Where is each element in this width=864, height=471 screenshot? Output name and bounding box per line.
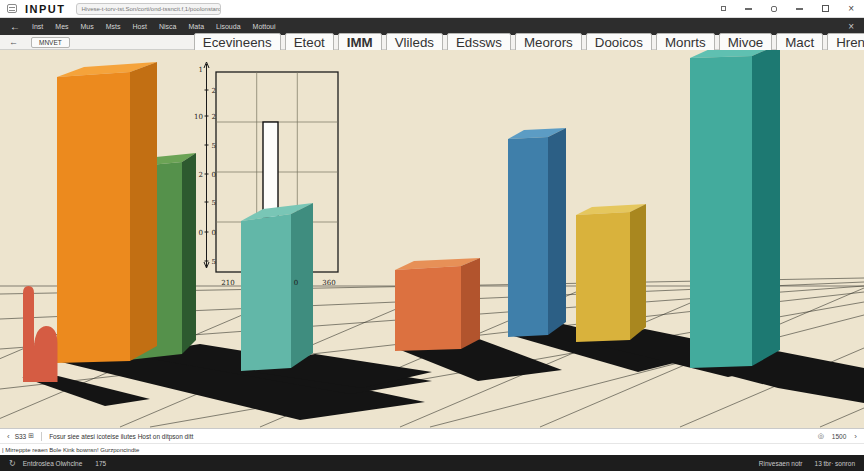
- maximize-icon[interactable]: [822, 5, 829, 12]
- illustration-canvas[interactable]: 1 10 2 0 2 2 5 0 5 0 5 210 0 360: [0, 50, 864, 428]
- status-left-label: Entdroslea Olwhclne: [23, 460, 83, 467]
- app-logo: INPUT: [25, 3, 66, 15]
- url-bar[interactable]: Hivese-t-torv-tst.Son/corti/ond-tssncit.…: [76, 3, 221, 15]
- find-query-text[interactable]: Fosur siee atesi icoteise ilutes Host on…: [49, 433, 193, 440]
- inset-inner-label-0: 2: [212, 87, 216, 95]
- find-status-value: 1500: [832, 433, 846, 440]
- menu-item-5[interactable]: Nisca: [159, 23, 177, 30]
- inset-outer-label-2: 2: [199, 171, 203, 179]
- info-bar: | Mirreppte reaen Bole Kink bownsn! Gurz…: [0, 443, 864, 455]
- toolbar-button-row: Ecevineens Eteot IMM Vlileds Edssws Meor…: [194, 33, 864, 52]
- find-next-icon[interactable]: ›: [854, 432, 857, 441]
- inset-x-label-2: 360: [322, 279, 335, 287]
- side-face: [130, 62, 157, 361]
- minimize-icon-2[interactable]: [796, 8, 803, 10]
- toolbar-button-4[interactable]: Edssws: [447, 33, 511, 52]
- yellow-bar: [576, 204, 646, 342]
- info-text: | Mirreppte reaen Bole Kink bownsn! Gurz…: [2, 447, 139, 453]
- teal-right-bar: [690, 50, 780, 368]
- window-restore-small-icon[interactable]: [721, 6, 726, 11]
- side-face: [630, 204, 646, 340]
- toolbar-button-2[interactable]: IMM: [338, 33, 382, 52]
- front-face: [508, 137, 548, 337]
- divider: [41, 432, 42, 441]
- blue-bar: [508, 128, 566, 337]
- status-right: Rinvesaen notr 13 tbr· sonron: [759, 460, 855, 467]
- menu-item-2[interactable]: Mus: [81, 23, 94, 30]
- inset-x-label-0: 210: [221, 279, 234, 287]
- mode-button[interactable]: MNVET: [31, 37, 70, 48]
- status-bar: ↻ Entdroslea Olwhclne 175 Rinvesaen notr…: [0, 455, 864, 471]
- toolbar-button-8[interactable]: Mivoe: [719, 33, 773, 52]
- menu-item-0[interactable]: Inst: [32, 23, 43, 30]
- inset-inner-label-5: 0: [212, 229, 216, 237]
- toolbar-button-5[interactable]: Meorors: [515, 33, 582, 52]
- side-face: [461, 258, 480, 349]
- status-right-value: 13 tbr· sonron: [815, 460, 855, 467]
- find-counter: S33: [15, 433, 27, 440]
- front-face: [576, 212, 630, 342]
- inset-inner-label-1: 2: [212, 113, 216, 121]
- front-face: [690, 56, 752, 368]
- teal-bar: [241, 203, 313, 371]
- inset-outer-label-0: 1: [199, 66, 203, 74]
- find-prev-icon[interactable]: ‹: [7, 432, 10, 441]
- menu-back-icon[interactable]: ←: [10, 21, 20, 32]
- front-face: [395, 266, 461, 351]
- front-face: [57, 72, 130, 363]
- toolbar-button-0[interactable]: Ecevineens: [194, 33, 281, 52]
- toolbar-button-7[interactable]: Monrts: [656, 33, 715, 52]
- status-right-label: Rinvesaen notr: [759, 460, 803, 467]
- inset-outer-label-1: 10: [194, 113, 203, 121]
- find-bar: ‹ S33 ⊞ Fosur siee atesi icoteise ilutes…: [0, 428, 864, 443]
- inset-inner-label-2: 5: [212, 142, 216, 150]
- refresh-icon[interactable]: ↻: [9, 459, 16, 468]
- minimize-icon[interactable]: [745, 8, 752, 10]
- window-restore-icon[interactable]: [771, 6, 777, 12]
- orange-cube: [395, 258, 480, 351]
- close-icon[interactable]: ×: [848, 4, 854, 14]
- inset-x-label-1: 0: [294, 279, 298, 287]
- find-bar-right: ◎ 1500 ›: [818, 432, 857, 441]
- find-grid-icon[interactable]: ⊞: [28, 432, 34, 440]
- orange-bar: [57, 62, 157, 363]
- menu-item-4[interactable]: Host: [133, 23, 147, 30]
- toolbar: ← MNVET Ecevineens Eteot IMM Vlileds Eds…: [0, 35, 864, 50]
- status-left-value: 175: [95, 460, 106, 467]
- app-menu-icon[interactable]: [7, 4, 17, 13]
- inset-inner-label-6: 5: [212, 258, 216, 266]
- toolbar-button-9[interactable]: Mact: [776, 33, 823, 52]
- toolbar-button-3[interactable]: Vlileds: [386, 33, 443, 52]
- menu-item-6[interactable]: Mata: [188, 23, 204, 30]
- side-face: [182, 153, 196, 354]
- inset-white-bar: [263, 122, 278, 218]
- side-face: [548, 128, 566, 335]
- inset-inner-label-4: 5: [212, 199, 216, 207]
- inset-inner-label-3: 0: [212, 171, 216, 179]
- target-icon[interactable]: ◎: [818, 432, 824, 440]
- toolbar-button-6[interactable]: Dooicos: [586, 33, 652, 52]
- toolbar-back-icon[interactable]: ←: [9, 37, 18, 47]
- side-face: [752, 50, 780, 366]
- menu-item-7[interactable]: Lisouda: [216, 23, 241, 30]
- menu-close-icon[interactable]: ×: [848, 21, 854, 32]
- window-controls: ×: [721, 4, 854, 14]
- toolbar-button-10[interactable]: Hren: [827, 33, 864, 52]
- canvas-area[interactable]: 1 10 2 0 2 2 5 0 5 0 5 210 0 360: [0, 50, 864, 428]
- inset-outer-label-3: 0: [199, 229, 203, 237]
- title-bar: INPUT Hivese-t-torv-tst.Son/corti/ond-ts…: [0, 0, 864, 18]
- menu-item-1[interactable]: Mes: [55, 23, 68, 30]
- front-face: [241, 214, 291, 371]
- menu-item-8[interactable]: Mottoui: [253, 23, 276, 30]
- menu-item-3[interactable]: Msts: [106, 23, 121, 30]
- toolbar-button-1[interactable]: Eteot: [285, 33, 334, 52]
